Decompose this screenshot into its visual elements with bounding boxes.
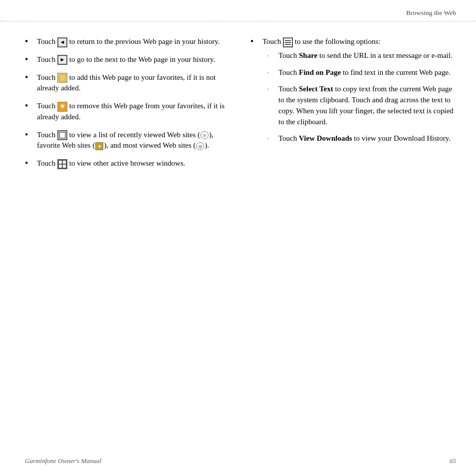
list-item: • Touch ☆ to add this Web page to your f… <box>25 72 231 94</box>
sub-options-list: ◦ Touch Share to send the URL in a text … <box>267 50 456 144</box>
sub-bullet: ◦ <box>267 52 275 60</box>
item-star-empty-text: Touch ☆ to add this Web page to your fav… <box>37 72 231 94</box>
list-item: ◦ Touch Share to send the URL in a text … <box>267 50 456 61</box>
bullet-dot: • <box>25 36 34 47</box>
bullet-dot: • <box>25 72 34 83</box>
sub-bullet: ◦ <box>267 86 275 93</box>
item-star-filled-text: Touch ★ to remove this Web page from you… <box>37 101 231 123</box>
footer-left: Garminfone Owner's Manual <box>25 457 101 465</box>
item-forward-text: Touch ► to go to the next to the Web pag… <box>37 54 231 65</box>
menu-line <box>285 42 291 43</box>
list-item: • Touch ► to go to the next to the Web p… <box>25 54 231 65</box>
menu-line <box>285 44 291 45</box>
sub-item-select-text: Touch Select Text to copy text from the … <box>278 84 456 127</box>
menu-line <box>285 40 291 41</box>
item-grid-text: Touch to view other active browser windo… <box>37 158 231 169</box>
svg-rect-0 <box>59 132 65 138</box>
list-item: • Touch to view a list of recently viewe… <box>25 130 231 152</box>
list-item: • Touch ◄ to return to the previous Web … <box>25 36 231 47</box>
window-icon <box>57 130 67 140</box>
star-empty-icon: ☆ <box>57 73 67 83</box>
bullet-dot: • <box>25 158 34 169</box>
list-item: • Touch to view other active browser win… <box>25 158 231 169</box>
sub-item-view-downloads: Touch View Downloads to view your Downlo… <box>278 133 456 144</box>
star-tiny-icon: ★ <box>95 142 103 150</box>
list-item: ◦ Touch View Downloads to view your Down… <box>267 133 456 144</box>
menu-icon <box>283 37 293 47</box>
right-column: • Touch to use the following options: ◦ <box>245 36 456 176</box>
eye-tiny-icon: ◎ <box>196 142 204 150</box>
list-item: ◦ Touch Find on Page to find text in the… <box>267 67 456 78</box>
footer-right: 65 <box>450 457 456 465</box>
header-title: Browsing the Web <box>406 9 456 16</box>
sub-item-find-on-page: Touch Find on Page to find text in the c… <box>278 67 456 78</box>
right-bullet-list: • Touch to use the following options: ◦ <box>250 36 456 150</box>
page-header: Browsing the Web <box>0 0 476 21</box>
left-column: • Touch ◄ to return to the previous Web … <box>25 36 236 176</box>
item-menu-intro: Touch to use the following options: ◦ To… <box>262 36 456 150</box>
grid-icon <box>57 159 67 169</box>
bullet-dot: • <box>25 130 34 141</box>
bullet-dot: • <box>250 36 259 47</box>
star-filled-icon: ★ <box>57 102 67 112</box>
item-back-text: Touch ◄ to return to the previous Web pa… <box>37 36 231 47</box>
list-item: • Touch to use the following options: ◦ <box>250 36 456 150</box>
list-item: • Touch ★ to remove this Web page from y… <box>25 101 231 123</box>
page-footer: Garminfone Owner's Manual 65 <box>25 457 456 465</box>
left-bullet-list: • Touch ◄ to return to the previous Web … <box>25 36 231 169</box>
sub-item-share: Touch Share to send the URL in a text me… <box>278 50 456 61</box>
sub-bullet: ◦ <box>267 135 275 143</box>
sub-bullet: ◦ <box>267 69 275 77</box>
content-area: • Touch ◄ to return to the previous Web … <box>0 21 476 191</box>
bullet-dot: • <box>25 54 34 65</box>
bullet-dot: • <box>25 101 34 112</box>
list-item: ◦ Touch Select Text to copy text from th… <box>267 84 456 127</box>
forward-arrow-icon: ► <box>57 55 67 65</box>
clock-tiny-icon: ⊙ <box>201 131 209 139</box>
back-arrow-icon: ◄ <box>57 37 67 47</box>
item-window-text: Touch to view a list of recently viewed … <box>37 130 231 152</box>
